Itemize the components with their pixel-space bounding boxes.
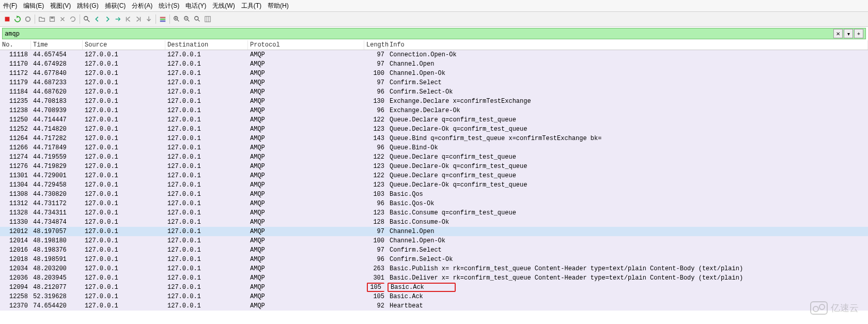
cell-info: Queue.Declare-Ok q=confirm_test_queue: [388, 163, 868, 170]
packet-row[interactable]: 1130444.729458127.0.0.1127.0.0.1AMQP123Q…: [0, 180, 868, 190]
menu-item[interactable]: 工具(T): [241, 2, 261, 10]
svg-rect-19: [205, 17, 211, 22]
packet-row[interactable]: 1123544.708183127.0.0.1127.0.0.1AMQP130E…: [0, 97, 868, 106]
stop-capture-icon[interactable]: [3, 15, 11, 23]
menu-item[interactable]: 编辑(E): [23, 2, 44, 10]
menu-item[interactable]: 帮助(H): [268, 2, 289, 10]
packet-row[interactable]: 1201248.197057127.0.0.1127.0.0.1AMQP97Ch…: [0, 227, 868, 236]
svg-rect-9: [160, 21, 166, 22]
autoscroll-icon[interactable]: [145, 15, 153, 23]
menu-item[interactable]: 电话(Y): [185, 2, 206, 10]
zoom-reset-icon[interactable]: [193, 15, 202, 23]
packet-row[interactable]: 1225852.319628127.0.0.1127.0.0.1AMQP105B…: [0, 292, 868, 301]
cell-protocol: AMQP: [248, 265, 364, 272]
packet-list[interactable]: 1111844.657454127.0.0.1127.0.0.1AMQP97Co…: [0, 50, 868, 311]
zoom-out-icon[interactable]: [183, 15, 191, 23]
packet-row[interactable]: 1201648.198376127.0.0.1127.0.0.1AMQP97Co…: [0, 245, 868, 255]
packet-row[interactable]: 1126444.717282127.0.0.1127.0.0.1AMQP143Q…: [0, 134, 868, 143]
highlight-annotation: Basic.Ack: [388, 283, 456, 292]
reload-icon[interactable]: [69, 15, 77, 23]
packet-row[interactable]: 1201448.198180127.0.0.1127.0.0.1AMQP100C…: [0, 236, 868, 245]
cell-source: 127.0.0.1: [83, 60, 165, 68]
filter-add-button[interactable]: +: [854, 29, 863, 38]
cell-source: 127.0.0.1: [83, 228, 165, 235]
cell-no: 12018: [0, 256, 31, 263]
packet-row[interactable]: 1127444.719559127.0.0.1127.0.0.1AMQP122Q…: [0, 152, 868, 162]
packet-row[interactable]: 1133044.734874127.0.0.1127.0.0.1AMQP128B…: [0, 218, 868, 227]
packet-row[interactable]: 1132844.734311127.0.0.1127.0.0.1AMQP123B…: [0, 208, 868, 218]
cell-time: 44.687620: [31, 88, 83, 96]
packet-row[interactable]: 1123844.708939127.0.0.1127.0.0.1AMQP96Ex…: [0, 106, 868, 115]
packet-row[interactable]: 1118444.687620127.0.0.1127.0.0.1AMQP96Co…: [0, 87, 868, 97]
go-last-icon[interactable]: [134, 15, 143, 23]
packet-row[interactable]: 1131244.731172127.0.0.1127.0.0.1AMQP96Ba…: [0, 199, 868, 208]
packet-row[interactable]: 1209448.212077127.0.0.1127.0.0.1AMQP105B…: [0, 283, 868, 292]
close-file-icon[interactable]: [58, 15, 67, 23]
open-file-icon[interactable]: [38, 15, 46, 23]
menu-item[interactable]: 分析(A): [132, 2, 152, 10]
packet-row[interactable]: 1203648.203945127.0.0.1127.0.0.1AMQP301B…: [0, 273, 868, 283]
go-first-icon[interactable]: [124, 15, 132, 23]
colorize-icon[interactable]: [159, 15, 167, 23]
column-header-length[interactable]: Length: [364, 40, 388, 50]
cell-no: 11172: [0, 70, 31, 77]
cell-destination: 127.0.0.1: [165, 70, 248, 77]
packet-row[interactable]: 1126644.717849127.0.0.1127.0.0.1AMQP96Qu…: [0, 143, 868, 152]
packet-row[interactable]: 1203448.203200127.0.0.1127.0.0.1AMQP263B…: [0, 264, 868, 273]
zoom-in-icon[interactable]: [173, 15, 181, 23]
menu-item[interactable]: 跳转(G): [77, 2, 98, 10]
column-header-source[interactable]: Source: [83, 40, 165, 50]
filter-clear-button[interactable]: ✕: [833, 29, 843, 38]
display-filter-input[interactable]: amqp: [3, 30, 833, 37]
column-header-protocol[interactable]: Protocol: [248, 40, 364, 50]
resize-columns-icon[interactable]: [204, 15, 212, 23]
cell-protocol: AMQP: [248, 135, 364, 142]
packet-row[interactable]: 1117244.677840127.0.0.1127.0.0.1AMQP100C…: [0, 69, 868, 78]
packet-row[interactable]: 1127644.719829127.0.0.1127.0.0.1AMQP123Q…: [0, 162, 868, 171]
column-header-no[interactable]: No.: [0, 40, 31, 50]
menu-item[interactable]: 视图(V): [50, 2, 71, 10]
cell-length: 143: [364, 135, 388, 142]
cell-length: 97: [364, 228, 388, 235]
packet-row[interactable]: 1117944.687233127.0.0.1127.0.0.1AMQP97Co…: [0, 78, 868, 87]
cell-destination: 127.0.0.1: [165, 246, 248, 254]
packet-row[interactable]: 1117044.674928127.0.0.1127.0.0.1AMQP97Ch…: [0, 59, 868, 69]
cell-destination: 127.0.0.1: [165, 265, 248, 272]
capture-options-icon[interactable]: [24, 15, 32, 23]
menu-item[interactable]: 统计(S): [159, 2, 179, 10]
menu-item[interactable]: 捕获(C): [105, 2, 126, 10]
cell-length: 105: [364, 293, 388, 300]
menu-item[interactable]: 件(F): [3, 2, 17, 10]
save-file-icon[interactable]: [48, 15, 56, 23]
restart-capture-icon[interactable]: [13, 15, 22, 23]
cell-destination: 127.0.0.1: [165, 284, 248, 291]
cell-source: 127.0.0.1: [83, 172, 165, 179]
toolbar-separator: [80, 14, 80, 24]
column-header-time[interactable]: Time: [31, 40, 83, 50]
column-header-info[interactable]: Info: [388, 40, 868, 50]
menu-item[interactable]: 无线(W): [212, 2, 235, 10]
packet-row[interactable]: 1237074.654420127.0.0.1127.0.0.1AMQP92He…: [0, 301, 868, 311]
packet-row[interactable]: 1125244.714820127.0.0.1127.0.0.1AMQP123Q…: [0, 125, 868, 134]
find-packet-icon[interactable]: [83, 15, 91, 23]
display-filter-bar[interactable]: amqp ✕▾+: [2, 28, 866, 39]
cell-info: Queue.Declare-Ok q=confirm_test_queue: [388, 181, 868, 189]
packet-row[interactable]: 1125044.714447127.0.0.1127.0.0.1AMQP122Q…: [0, 115, 868, 125]
cell-time: 44.714447: [31, 116, 83, 124]
cell-length: 103: [364, 191, 388, 198]
watermark: 亿速云: [810, 301, 859, 315]
packet-row[interactable]: 1111844.657454127.0.0.1127.0.0.1AMQP97Co…: [0, 50, 868, 59]
go-to-packet-icon[interactable]: [114, 15, 122, 23]
packet-row[interactable]: 1130844.730820127.0.0.1127.0.0.1AMQP103B…: [0, 190, 868, 199]
cell-destination: 127.0.0.1: [165, 116, 248, 124]
packet-row[interactable]: 1201848.198591127.0.0.1127.0.0.1AMQP96Co…: [0, 255, 868, 264]
cell-length: 100: [364, 237, 388, 244]
column-header-destination[interactable]: Destination: [165, 40, 248, 50]
filter-history-button[interactable]: ▾: [844, 29, 853, 38]
go-forward-icon[interactable]: [103, 15, 112, 23]
cell-no: 11312: [0, 200, 31, 207]
packet-row[interactable]: 1130144.729001127.0.0.1127.0.0.1AMQP122Q…: [0, 171, 868, 180]
cell-protocol: AMQP: [248, 60, 364, 68]
go-back-icon[interactable]: [93, 15, 101, 23]
cell-no: 11250: [0, 116, 31, 124]
